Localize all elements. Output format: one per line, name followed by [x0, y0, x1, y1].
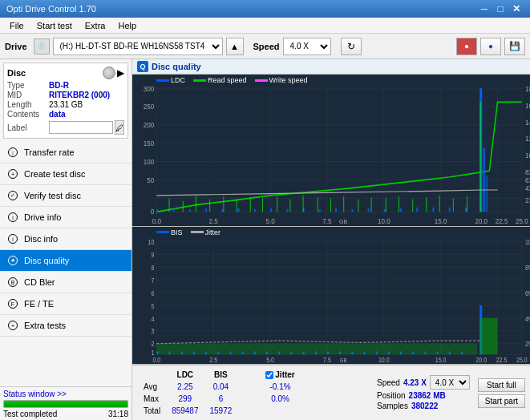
jitter-checkbox[interactable]: [265, 371, 273, 379]
chart-title: Disc quality: [152, 62, 201, 71]
svg-rect-43: [156, 209, 158, 212]
disc-mid-value: RITEKBR2 (000): [49, 91, 110, 99]
svg-text:15.0: 15.0: [435, 217, 447, 226]
svg-text:300: 300: [144, 84, 155, 93]
disc-contents-label: Contents: [7, 110, 49, 119]
svg-text:10.0: 10.0: [378, 217, 390, 226]
svg-rect-51: [286, 209, 288, 212]
svg-text:12X: 12X: [525, 135, 530, 143]
svg-text:7.5: 7.5: [322, 217, 331, 226]
svg-text:0: 0: [151, 207, 155, 216]
disc-contents-row: Contents data: [7, 110, 124, 119]
speed-current-label: Speed: [377, 378, 400, 387]
nav-fe-te-label: FE / TE: [24, 299, 54, 309]
menu-help[interactable]: Help: [111, 19, 143, 32]
verify-test-disc-icon: ✓: [6, 189, 19, 202]
save-button[interactable]: 💾: [504, 38, 525, 55]
stats-table: LDC BIS Jitter Avg 2.25 0.04: [137, 368, 301, 418]
status-window-button[interactable]: Status window >>: [3, 390, 67, 398]
menu-start-test[interactable]: Start test: [30, 19, 79, 32]
eject-button[interactable]: ▲: [226, 38, 244, 55]
svg-rect-45: [189, 209, 191, 212]
bis-legend-label: BIS: [171, 228, 183, 236]
svg-text:8%: 8%: [525, 264, 530, 272]
disc-label-row: Label 🖊: [7, 120, 124, 135]
svg-rect-71: [237, 200, 237, 212]
nav-disc-quality[interactable]: ★ Disc quality: [0, 250, 131, 272]
nav-cd-bler[interactable]: B CD Bler: [0, 272, 131, 293]
disc-quality-icon: ★: [6, 254, 19, 267]
jitter-legend-item: Jitter: [191, 228, 221, 236]
blue-icon: ●: [488, 42, 493, 50]
disc-mid-row: MID RITEKBR2 (000): [7, 91, 124, 99]
svg-text:22.5: 22.5: [496, 217, 508, 226]
status-text-row: Test completed 31:18: [3, 410, 128, 418]
svg-text:10%: 10%: [525, 238, 530, 246]
nav-extra-tests[interactable]: + Extra tests: [0, 315, 131, 337]
nav-drive-info[interactable]: i Drive info: [0, 207, 131, 228]
disc-label-edit-button[interactable]: 🖊: [115, 120, 124, 135]
main-layout: Disc ▶ Type BD-R MID RITEKBR2 (000) Leng…: [0, 59, 530, 420]
disc-action-icon: ▶: [117, 67, 124, 79]
status-time: 31:18: [108, 410, 128, 418]
disc-label-input[interactable]: [49, 121, 113, 134]
svg-text:100: 100: [144, 158, 155, 167]
svg-rect-44: [173, 208, 175, 212]
jitter-header: Jitter: [261, 370, 299, 380]
nav-create-test-disc-label: Create test disc: [24, 169, 85, 179]
start-full-button[interactable]: Start full: [478, 378, 525, 392]
ldc-legend: LDC Read speed Write speed: [156, 76, 307, 84]
svg-text:2.5: 2.5: [209, 356, 217, 364]
nav-transfer-rate[interactable]: ↕ Transfer rate: [0, 142, 131, 164]
read-speed-legend-label: Read speed: [208, 76, 247, 84]
chart-header: Q Disc quality: [132, 59, 530, 75]
svg-rect-89: [479, 102, 481, 212]
svg-rect-55: [351, 209, 353, 212]
icon-btn-1[interactable]: ●: [456, 38, 477, 55]
red-icon: ●: [464, 42, 469, 50]
icon-btn-2[interactable]: ●: [480, 38, 501, 55]
cd-bler-icon: B: [6, 276, 19, 289]
jitter-color: [191, 231, 204, 233]
jitter-checkbox-label[interactable]: Jitter: [265, 370, 294, 379]
nav-transfer-rate-label: Transfer rate: [24, 147, 75, 157]
transfer-rate-icon: ↕: [6, 146, 19, 159]
svg-text:0.0: 0.0: [152, 356, 160, 364]
svg-text:25.0: 25.0: [516, 356, 528, 364]
disc-header-icons: ▶: [103, 67, 124, 79]
ldc-color: [156, 79, 169, 82]
svg-rect-68: [196, 196, 196, 212]
svg-rect-81: [371, 197, 372, 212]
speed-select[interactable]: 4.0 X: [283, 38, 331, 55]
refresh-button[interactable]: ↻: [341, 38, 362, 55]
disc-panel-header: Disc ▶: [7, 67, 124, 79]
nav-create-test-disc[interactable]: + Create test disc: [0, 164, 131, 185]
svg-rect-88: [467, 196, 467, 212]
max-ldc-value: 299: [167, 394, 203, 404]
nav-drive-info-label: Drive info: [24, 212, 61, 222]
drive-icon: 💿: [34, 38, 50, 55]
maximize-button[interactable]: □: [493, 2, 508, 15]
total-ldc-value: 859487: [167, 406, 203, 416]
nav-fe-te[interactable]: F FE / TE: [0, 293, 131, 315]
svg-rect-80: [358, 199, 358, 212]
start-part-button[interactable]: Start part: [478, 394, 525, 408]
nav-cd-bler-label: CD Bler: [24, 277, 55, 287]
nav-verify-test-disc[interactable]: ✓ Verify test disc: [0, 185, 131, 207]
menu-file[interactable]: File: [3, 19, 30, 32]
close-button[interactable]: ✕: [509, 2, 524, 15]
minimize-button[interactable]: ─: [477, 2, 492, 15]
drive-select[interactable]: (H:) HL-DT-ST BD-RE WH16NS58 TST4: [53, 38, 223, 55]
content-area: Q Disc quality LDC Read speed: [132, 59, 530, 420]
menu-extra[interactable]: Extra: [79, 19, 112, 32]
samples-value: 380222: [411, 402, 438, 410]
speed-select-chart[interactable]: 4.0 X 2.0 X 1.0 X: [430, 375, 470, 390]
total-bis-value: 15972: [205, 406, 237, 416]
position-value: 23862 MB: [409, 391, 446, 400]
samples-label: Samples: [377, 402, 408, 410]
bis-header: BIS: [205, 370, 237, 380]
app-title: Opti Drive Control 1.70: [6, 4, 96, 14]
fe-te-icon: F: [6, 297, 19, 310]
nav-disc-info[interactable]: i Disc info: [0, 228, 131, 250]
avg-ldc-value: 2.25: [167, 382, 203, 392]
